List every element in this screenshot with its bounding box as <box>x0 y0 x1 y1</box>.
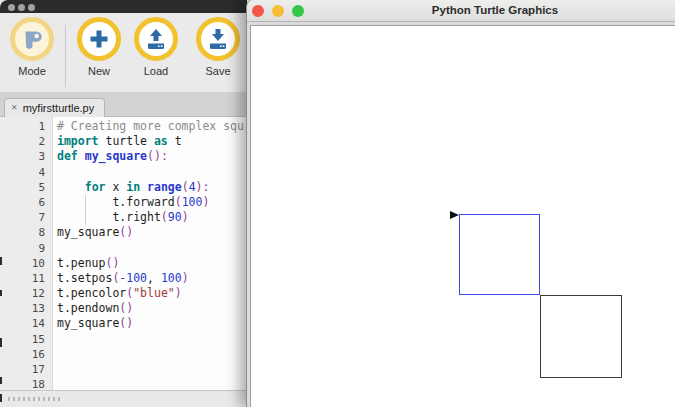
line-number: 10 <box>0 256 52 271</box>
code-line: # Creating more complex squ <box>57 119 247 134</box>
code-line: my_square() <box>57 316 247 331</box>
tab-close-icon[interactable]: ✕ <box>11 104 18 112</box>
line-number: 15 <box>0 332 52 347</box>
status-bar <box>0 390 247 407</box>
new-button-label: New <box>69 65 129 77</box>
turtle-canvas <box>250 25 675 407</box>
status-text-clipped <box>8 397 60 401</box>
line-number: 12 <box>0 286 52 301</box>
screen-edge-artifact <box>0 377 2 384</box>
code-line: t.pencolor("blue") <box>57 286 247 301</box>
plus-icon <box>77 17 121 61</box>
download-icon <box>196 17 240 61</box>
code-line: t.penup() <box>57 256 247 271</box>
line-number: 11 <box>0 271 52 286</box>
zoom-window-icon[interactable] <box>28 4 35 11</box>
line-number: 4 <box>0 165 52 180</box>
tab-label: myfirstturtle.py <box>23 102 95 114</box>
upload-icon <box>134 17 178 61</box>
line-number: 18 <box>0 377 52 390</box>
screen-edge-artifact <box>0 338 2 347</box>
indent-guide <box>85 195 86 225</box>
line-number: 8 <box>0 225 52 240</box>
line-number: 1 <box>0 119 52 134</box>
code-line: t.pendown() <box>57 301 247 316</box>
turtle-titlebar[interactable]: Python Turtle Graphics <box>247 0 675 22</box>
save-button[interactable]: Save <box>188 17 247 77</box>
code-line <box>57 165 247 180</box>
load-button-label: Load <box>126 65 186 77</box>
mode-button-label: Mode <box>2 65 62 77</box>
screen-edge-artifact <box>0 290 2 296</box>
code-line: t.setpos(-100, 100) <box>57 271 247 286</box>
line-number: 16 <box>0 347 52 362</box>
close-window-icon[interactable] <box>252 5 264 17</box>
line-number: 2 <box>0 134 52 149</box>
gutter: 123456789101112131415161718 <box>0 117 53 390</box>
code-line: def my_square(): <box>57 149 247 164</box>
mu-editor-window: Mode New Load <box>0 0 247 407</box>
turtle-graphics-window: Python Turtle Graphics <box>246 0 675 407</box>
line-number: 9 <box>0 241 52 256</box>
tab-myfirstturtle[interactable]: ✕ myfirstturtle.py <box>4 98 105 117</box>
zoom-window-icon[interactable] <box>292 5 304 17</box>
code-line <box>57 241 247 256</box>
code-line <box>57 377 247 390</box>
mode-icon <box>10 17 54 61</box>
code-lines: # Creating more complex squimport turtle… <box>57 117 247 390</box>
window-title: Python Turtle Graphics <box>432 4 558 16</box>
mu-titlebar[interactable] <box>0 0 247 13</box>
screen: Mode New Load <box>0 0 675 407</box>
line-number: 17 <box>0 362 52 377</box>
code-line <box>57 362 247 377</box>
code-line: my_square() <box>57 225 247 240</box>
mode-button[interactable]: Mode <box>2 17 62 77</box>
mu-toolbar: Mode New Load <box>0 13 247 93</box>
screen-edge-artifact <box>0 394 2 402</box>
turtle-cursor-icon <box>450 211 459 219</box>
code-line <box>57 332 247 347</box>
code-line: import turtle as t <box>57 134 247 149</box>
minimize-window-icon[interactable] <box>272 5 284 17</box>
line-number: 5 <box>0 180 52 195</box>
code-line: for x in range(4): <box>57 180 247 195</box>
line-number: 6 <box>0 195 52 210</box>
line-number: 14 <box>0 316 52 331</box>
toolbar-separator <box>65 25 66 87</box>
tab-bar: ✕ myfirstturtle.py <box>0 93 247 117</box>
line-number: 3 <box>0 149 52 164</box>
close-window-icon[interactable] <box>8 4 15 11</box>
save-button-label: Save <box>188 65 247 77</box>
black-square <box>540 295 622 378</box>
code-editor[interactable]: 123456789101112131415161718 # Creating m… <box>0 117 247 390</box>
minimize-window-icon[interactable] <box>18 4 25 11</box>
line-number: 7 <box>0 210 52 225</box>
load-button[interactable]: Load <box>126 17 186 77</box>
blue-square <box>459 214 540 295</box>
line-number: 13 <box>0 301 52 316</box>
new-button[interactable]: New <box>69 17 129 77</box>
code-line <box>57 347 247 362</box>
screen-edge-artifact <box>0 257 2 265</box>
